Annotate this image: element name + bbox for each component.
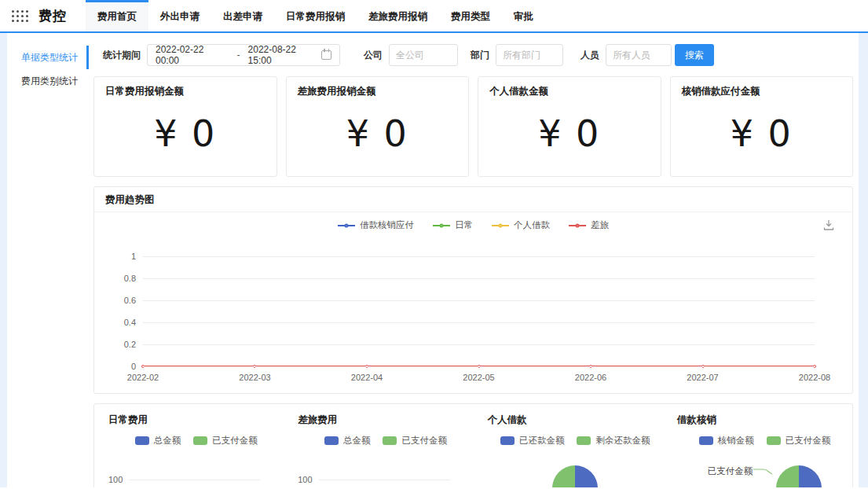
- stat-card: 核销借款应付金额¥ 0: [670, 76, 854, 177]
- summary-section-title: 个人借款: [488, 414, 663, 427]
- legend-swatch-icon: [324, 436, 339, 445]
- pie-chart[interactable]: [776, 465, 822, 487]
- stat-card-value: ¥ 0: [298, 98, 458, 168]
- filter-bar: 统计期间 2022-02-22 00:00 - 2022-08-22 15:00…: [93, 44, 853, 66]
- top-bar: 费控 费用首页外出申请出差申请日常费用报销差旅费用报销费用类型审批: [0, 0, 868, 33]
- gridline: [143, 300, 815, 301]
- stat-card-title: 个人借款金额: [489, 85, 650, 98]
- summary-section-title: 借款核销: [677, 414, 852, 427]
- legend-item[interactable]: 总金额: [135, 435, 181, 447]
- summary-section: 差旅费用总金额已支付金额100: [284, 414, 473, 487]
- legend-item[interactable]: 总金额: [324, 435, 371, 447]
- body-row: 单据类型统计费用类别统计 统计期间 2022-02-22 00:00 - 202…: [0, 33, 868, 487]
- y-axis-tick-label: 0: [131, 362, 136, 371]
- search-button[interactable]: 搜索: [675, 44, 714, 66]
- trend-chart-card: 费用趋势图 借款核销应付日常个人借款差旅 10.80.60.40.202022-…: [93, 186, 853, 394]
- period-label: 统计期间: [103, 49, 141, 62]
- legend-item[interactable]: 剩余还款金额: [577, 435, 650, 447]
- stat-card-title: 日常费用报销金额: [105, 85, 266, 98]
- summary-section-title: 日常费用: [108, 414, 284, 427]
- legend-label: 已支付金额: [401, 435, 447, 447]
- legend-item[interactable]: 已还款金额: [500, 435, 565, 447]
- date-end: 2022-08-22 15:00: [248, 44, 322, 66]
- stats-row: 日常费用报销金额¥ 0差旅费用报销金额¥ 0个人借款金额¥ 0核销借款应付金额¥…: [93, 76, 853, 177]
- legend-label: 借款核销应付: [360, 219, 414, 231]
- x-axis-tick-label: 2022-03: [239, 373, 270, 382]
- legend-swatch-icon: [500, 436, 515, 445]
- legend-label: 已还款金额: [519, 435, 565, 447]
- legend-marker-icon: [569, 225, 586, 226]
- legend-item[interactable]: 核销金额: [699, 435, 754, 447]
- legend-item[interactable]: 日常: [433, 219, 473, 231]
- bar-axis-row: 100: [108, 475, 284, 484]
- nav-tab[interactable]: 日常费用报销: [274, 0, 357, 31]
- nav-tab[interactable]: 审批: [502, 0, 545, 31]
- stat-card: 日常费用报销金额¥ 0: [93, 76, 277, 177]
- pie-callout-label: 已支付金额: [708, 465, 774, 477]
- stat-card-value: ¥ 0: [105, 98, 266, 168]
- sidebar-item[interactable]: 费用类别统计: [7, 69, 89, 93]
- legend-swatch-icon: [135, 436, 149, 445]
- x-axis-tick-label: 2022-02: [127, 373, 159, 382]
- sidebar-item[interactable]: 单据类型统计: [7, 46, 89, 69]
- person-label: 人员: [580, 49, 599, 62]
- stat-card-value: ¥ 0: [682, 98, 842, 168]
- legend-label: 已支付金额: [786, 435, 831, 447]
- company-label: 公司: [364, 49, 383, 62]
- stat-card-title: 核销借款应付金额: [682, 85, 842, 98]
- legend-item[interactable]: 借款核销应付: [338, 219, 414, 231]
- nav-tab[interactable]: 出差申请: [211, 0, 274, 31]
- gridline: [129, 480, 260, 480]
- y-axis-tick-label: 100: [298, 475, 312, 484]
- gridline: [143, 322, 815, 323]
- legend-label: 核销金额: [718, 435, 754, 447]
- legend-label: 已支付金额: [212, 435, 258, 447]
- legend-swatch-icon: [699, 436, 713, 445]
- person-input[interactable]: [606, 44, 672, 66]
- company-input[interactable]: [389, 44, 458, 66]
- legend-label: 日常: [455, 219, 473, 231]
- legend-swatch-icon: [767, 436, 781, 445]
- legend-item[interactable]: 已支付金额: [383, 435, 447, 447]
- legend-label: 剩余还款金额: [595, 435, 650, 447]
- trend-chart-title: 费用趋势图: [94, 187, 852, 212]
- trend-plot: 10.80.60.40.202022-022022-032022-042022-…: [143, 256, 815, 366]
- date-range-input[interactable]: 2022-02-22 00:00 - 2022-08-22 15:00: [147, 44, 340, 66]
- nav-tab[interactable]: 费用类型: [439, 0, 502, 31]
- nav-tab[interactable]: 费用首页: [86, 0, 148, 31]
- gridline: [143, 344, 815, 345]
- stat-card-title: 差旅费用报销金额: [298, 85, 458, 98]
- summary-charts-card: 日常费用总金额已支付金额100差旅费用总金额已支付金额100个人借款已还款金额剩…: [93, 403, 853, 487]
- legend-item[interactable]: 个人借款: [492, 219, 550, 231]
- legend-label: 差旅: [591, 219, 609, 231]
- legend-item[interactable]: 已支付金额: [193, 435, 258, 447]
- x-axis-tick-label: 2022-06: [575, 373, 606, 382]
- x-axis-tick-label: 2022-08: [799, 373, 830, 382]
- download-icon[interactable]: [822, 219, 835, 231]
- summary-legend: 总金额已支付金额: [298, 435, 473, 447]
- legend-marker-icon: [492, 225, 509, 226]
- x-axis-tick-label: 2022-07: [687, 373, 718, 382]
- legend-item[interactable]: 已支付金额: [767, 435, 831, 447]
- stat-card-value: ¥ 0: [489, 98, 650, 168]
- department-input[interactable]: [496, 44, 563, 66]
- legend-swatch-icon: [383, 436, 397, 445]
- trend-chart-body: 借款核销应付日常个人借款差旅 10.80.60.40.202022-022022…: [94, 212, 852, 393]
- summary-legend: 总金额已支付金额: [108, 435, 284, 447]
- date-start: 2022-02-22 00:00: [156, 44, 229, 66]
- summary-legend: 已还款金额剩余还款金额: [488, 435, 663, 447]
- nav-tab[interactable]: 差旅费用报销: [357, 0, 439, 31]
- legend-item[interactable]: 差旅: [569, 219, 609, 231]
- app-launcher-icon[interactable]: [11, 9, 29, 23]
- date-separator: -: [237, 50, 240, 61]
- nav-tab[interactable]: 外出申请: [148, 0, 211, 31]
- gridline: [143, 256, 815, 257]
- legend-label: 个人借款: [514, 219, 550, 231]
- right-edge-strip: [859, 33, 868, 487]
- legend-swatch-icon: [577, 436, 591, 445]
- pie-chart[interactable]: [552, 465, 598, 487]
- legend-swatch-icon: [193, 436, 207, 445]
- pie-callout-text: 已支付金额: [708, 465, 753, 477]
- summary-section-title: 差旅费用: [298, 414, 473, 427]
- summary-section: 个人借款已还款金额剩余还款金额: [474, 414, 663, 487]
